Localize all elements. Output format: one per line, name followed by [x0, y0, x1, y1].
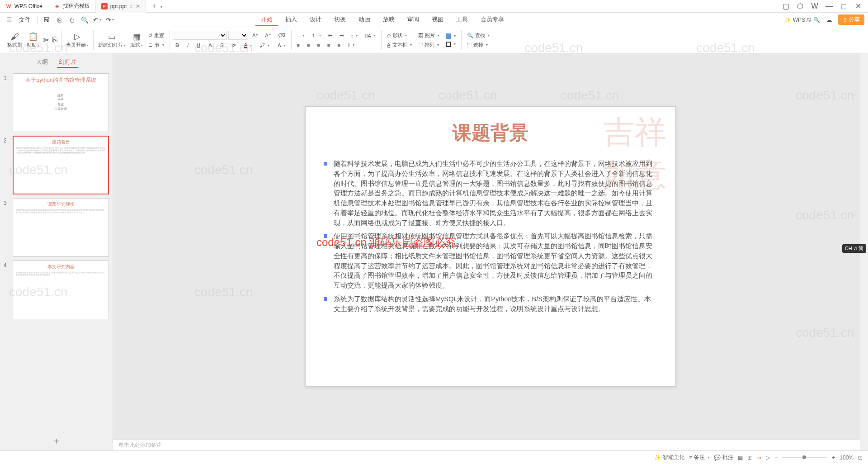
maximize-icon[interactable]: ◻ [837, 1, 850, 12]
fill-button[interactable]: ▾ [443, 33, 458, 40]
numbering-icon[interactable]: ⒈▾ [309, 31, 324, 40]
font-family-select[interactable] [173, 31, 227, 40]
menu-view[interactable]: 视图 [426, 14, 449, 26]
decrease-font-icon[interactable]: A⁻ [262, 31, 274, 40]
font-advanced-icon[interactable]: A▾ [275, 41, 288, 49]
menu-animation[interactable]: 动画 [353, 14, 376, 26]
select-button[interactable]: ⬚选择▾ [464, 41, 492, 49]
wps-icon[interactable]: W [808, 1, 821, 12]
copy-button[interactable]: ⎘ [52, 35, 58, 45]
menu-transition[interactable]: 切换 [329, 14, 351, 26]
text-direction-icon[interactable]: IIA▾ [362, 31, 378, 40]
share-button[interactable]: ⇪ 分享 [838, 14, 864, 25]
align-dist-icon[interactable]: ≡ [335, 41, 343, 49]
slide-thumbnail[interactable]: 1 基于python的图书馆管理系统 姓名: 学号: 专业: 指导老师: [4, 73, 109, 132]
outline-tab[interactable]: 大纲 [34, 57, 50, 68]
preview-icon[interactable]: 🔍 [79, 14, 90, 25]
reset-button[interactable]: ↺重置 [146, 31, 167, 40]
fit-icon[interactable]: ⊡ [858, 455, 863, 461]
font-size-select[interactable] [228, 31, 248, 40]
indent-right-icon[interactable]: ⇥ [337, 31, 346, 40]
layout-icon: ▦ [133, 32, 141, 42]
superscript-icon[interactable]: xⁿ [229, 41, 239, 49]
picture-button[interactable]: 🖼图片▾ [415, 31, 442, 40]
section-button[interactable]: ☰节▾ [146, 41, 167, 49]
align-center-icon[interactable]: ≡ [304, 41, 312, 49]
zoom-level[interactable]: 100% [840, 455, 854, 461]
tab-wps-office[interactable]: W WPS Office [0, 0, 48, 13]
view-slideshow-icon[interactable]: ▷ [766, 455, 770, 461]
save-icon[interactable]: 🖫 [41, 14, 52, 25]
close-icon[interactable]: ✕ [136, 3, 140, 9]
strikethrough-icon[interactable]: A̶ [206, 41, 215, 49]
slide-canvas[interactable]: 吉祥如意 课题背景 随着科学技术发展，电脑已成为人们生活中必不可少的生活办公工具… [113, 53, 868, 440]
align-left-icon[interactable]: ≡ [294, 41, 302, 49]
line-spacing-icon[interactable]: ↕▾ [348, 31, 361, 40]
redo-icon[interactable]: ↷▾ [104, 14, 115, 25]
tab-options-icon[interactable]: ○ [130, 3, 133, 9]
paste-button[interactable]: 📋 粘贴▾ [25, 31, 41, 49]
slides-tab[interactable]: 幻灯片 [57, 57, 78, 68]
menu-member[interactable]: 会员专享 [475, 14, 509, 26]
start-page-button[interactable]: ▷ 当页开始▾ [64, 31, 90, 49]
underline-icon[interactable]: U [194, 41, 203, 49]
current-slide[interactable]: 吉祥如意 课题背景 随着科学技术发展，电脑已成为人们生活中必不可少的生活办公工具… [305, 106, 676, 387]
format-brush-button[interactable]: 🖌 格式刷 [5, 31, 24, 49]
outline-button[interactable]: ▾ [443, 41, 458, 48]
menu-tools[interactable]: 工具 [451, 14, 473, 26]
notes-button[interactable]: ≡备注▾ [689, 454, 709, 461]
print-icon[interactable]: ⎙ [66, 14, 77, 25]
strike-icon[interactable]: S [217, 41, 226, 49]
slide-thumbnail[interactable]: 3 课题研究现状 课题研究现状内容文本内容文本内容文本内容文本内容文本内容文本内… [4, 198, 109, 257]
cloud-icon[interactable]: ☁ [824, 14, 835, 25]
tab-ppt[interactable]: P ppt.ppt ○ ✕ [96, 0, 146, 13]
clear-format-icon[interactable]: ⌫ [275, 31, 288, 40]
view-reading-icon[interactable]: ▭ [756, 455, 761, 461]
align-right-icon[interactable]: ≡ [314, 41, 322, 49]
comments-button[interactable]: 💬批注 [714, 454, 733, 461]
find-button[interactable]: 🔍查找▾ [464, 31, 492, 40]
bullets-icon[interactable]: ≡▾ [294, 31, 307, 40]
menu-design[interactable]: 设计 [304, 14, 327, 26]
increase-font-icon[interactable]: A⁺ [250, 31, 261, 40]
indent-left-icon[interactable]: ⇤ [326, 31, 335, 40]
slide-thumbnail[interactable]: 2 课题背景 随着科学技术发展电脑已成为人们生活中必不可少的生活办公工具在这样的… [4, 136, 109, 194]
view-sorter-icon[interactable]: ⊞ [747, 455, 752, 461]
menu-start[interactable]: 开始 [255, 14, 278, 26]
highlight-icon[interactable]: 🖍▾ [257, 41, 272, 49]
wps-ai-button[interactable]: ✨ WPS AI 🔍 [784, 17, 820, 23]
export-icon[interactable]: ⎘ [54, 14, 65, 25]
add-slide-button[interactable]: ＋ [0, 431, 113, 450]
new-slide-button[interactable]: ▭ 新建幻灯片▾ [96, 31, 127, 49]
view-normal-icon[interactable]: ▦ [738, 455, 743, 461]
file-menu[interactable]: 文件 [16, 16, 33, 24]
add-tab-button[interactable]: ＋ ▾ [146, 1, 167, 11]
close-window-icon[interactable]: ✕ [852, 1, 864, 12]
cube-icon[interactable]: ⬡ [794, 1, 807, 12]
tab-template[interactable]: ◈ 找稻壳模板 [48, 0, 96, 13]
menu-insert[interactable]: 插入 [280, 14, 302, 26]
shape-button[interactable]: ◇形状▾ [384, 31, 415, 40]
smart-beautify-button[interactable]: ✨智能美化 [654, 454, 684, 461]
cut-button[interactable]: ✂ [42, 35, 51, 45]
slide-thumbnail[interactable]: 4 本文研究内容 本文研究内容文本内容文本内容文本内容文本内容文本内容文本内容文… [4, 260, 109, 319]
font-color-icon[interactable]: A▾ [241, 41, 255, 49]
align-justify-icon[interactable]: ≡ [325, 41, 333, 49]
undo-icon[interactable]: ↶▾ [92, 14, 103, 25]
menu-slideshow[interactable]: 放映 [377, 14, 400, 26]
zoom-slider[interactable] [782, 457, 827, 458]
zoom-in-icon[interactable]: + [832, 455, 835, 461]
columns-icon[interactable]: ⫴▾ [345, 41, 357, 49]
notes-bar[interactable]: 单击此处添加备注 [113, 440, 868, 450]
layout-button[interactable]: ▦ 版式▾ [128, 31, 145, 49]
hamburger-icon[interactable]: ☰ [4, 14, 14, 25]
italic-icon[interactable]: I [184, 41, 191, 49]
menu-review[interactable]: 审阅 [402, 14, 425, 26]
arrange-button[interactable]: ⬚排列▾ [415, 41, 442, 49]
zoom-out-icon[interactable]: − [774, 455, 778, 461]
minimize-icon[interactable]: — [823, 1, 835, 12]
window-icon[interactable]: ▢ [779, 1, 792, 12]
textbox-button[interactable]: A̲文本框▾ [384, 41, 415, 49]
bold-icon[interactable]: B [173, 41, 182, 49]
slides-list[interactable]: 1 基于python的图书馆管理系统 姓名: 学号: 专业: 指导老师: 2 课… [0, 71, 113, 431]
